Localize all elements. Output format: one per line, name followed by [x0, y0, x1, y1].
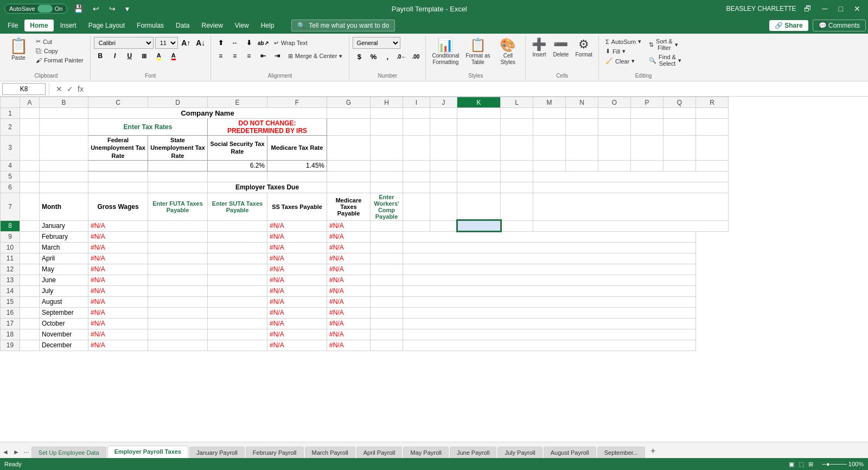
row-header-5[interactable]: 5 [1, 171, 20, 182]
cell-R1[interactable] [696, 108, 729, 119]
normal-view-icon[interactable]: ▣ [789, 461, 794, 468]
col-header-C[interactable]: C [88, 97, 148, 108]
row-header-15[interactable]: 15 [1, 296, 20, 307]
cell-reference-box[interactable] [2, 83, 46, 95]
cell-C5[interactable] [88, 171, 148, 182]
cell-A7[interactable] [20, 193, 40, 220]
increase-font-btn[interactable]: A↑ [180, 37, 193, 49]
cell-A2[interactable] [20, 119, 40, 136]
cell-J4[interactable] [430, 160, 457, 171]
sheet-tab-april[interactable]: April Payroll [356, 447, 403, 458]
row-header-19[interactable]: 19 [1, 340, 20, 351]
minimize-button[interactable]: ─ [819, 3, 831, 14]
find-select-button[interactable]: 🔍 Find &Select ▾ [646, 53, 685, 68]
align-right-button[interactable]: ≡ [242, 50, 256, 62]
row-header-2[interactable]: 2 [1, 119, 20, 136]
bold-button[interactable]: B [94, 50, 107, 62]
cell-Q3[interactable] [663, 136, 696, 161]
cell-E2[interactable]: DO NOT CHANGE:PREDETERMINED BY IRS [208, 119, 327, 136]
font-color-button[interactable]: A [167, 50, 180, 62]
menu-help[interactable]: Help [256, 20, 280, 31]
cell-I8[interactable] [403, 220, 430, 231]
cell-F3[interactable]: Medicare Tax Rate [267, 136, 327, 161]
cell-E6[interactable]: Employer Taxes Due [208, 182, 327, 193]
cell-O3[interactable] [598, 136, 631, 161]
cell-M8[interactable] [533, 220, 729, 231]
row-header-17[interactable]: 17 [1, 318, 20, 329]
menu-file[interactable]: File [2, 20, 23, 31]
confirm-formula-icon[interactable]: ✓ [67, 85, 73, 93]
cell-E3[interactable]: Social Security Tax Rate [208, 136, 267, 161]
cell-P1[interactable] [631, 108, 663, 119]
cell-C3[interactable]: Federal Unemployment Tax Rate [88, 136, 148, 161]
sheet-tab-january[interactable]: January Payroll [189, 447, 245, 458]
cell-J2[interactable] [430, 119, 457, 136]
cell-C6[interactable] [88, 182, 148, 193]
cell-I6[interactable] [403, 182, 430, 193]
cell-I4[interactable] [403, 160, 430, 171]
cell-E7[interactable]: Enter SUTA Taxes Payable [208, 193, 267, 220]
align-left-button[interactable]: ≡ [214, 50, 227, 62]
col-header-E[interactable]: E [208, 97, 267, 108]
menu-page-layout[interactable]: Page Layout [83, 20, 130, 31]
format-as-table-button[interactable]: 📋 Format asTable [463, 37, 493, 67]
cell-M7[interactable] [533, 193, 729, 220]
tab-more-button[interactable]: ··· [22, 446, 31, 458]
cell-H6[interactable] [371, 182, 403, 193]
paste-button[interactable]: 📋 Paste [5, 37, 31, 63]
zoom-slider[interactable]: ─●──── 100% [822, 461, 864, 467]
cell-J7[interactable] [430, 193, 457, 220]
cell-C1-merged[interactable]: Company Name [88, 108, 327, 119]
sheet-tab-july[interactable]: July Payroll [497, 447, 542, 458]
restore-button[interactable]: 🗗 [801, 3, 815, 14]
cell-C8[interactable]: #N/A [88, 220, 148, 231]
cell-D6[interactable] [148, 182, 208, 193]
menu-data[interactable]: Data [170, 20, 195, 31]
tab-next-button[interactable]: ► [11, 446, 22, 458]
cell-H2[interactable] [371, 119, 403, 136]
row-header-10[interactable]: 10 [1, 242, 20, 253]
insert-button[interactable]: ➕ Insert [529, 37, 549, 60]
cell-I3[interactable] [403, 136, 430, 161]
cell-M1[interactable] [533, 108, 566, 119]
increase-decimal-button[interactable]: .00 [409, 50, 422, 62]
cell-N2[interactable] [566, 119, 598, 136]
cell-E8[interactable] [208, 220, 267, 231]
cell-H7[interactable]: Enter Workers' Comp Payable [371, 193, 403, 220]
cell-L7[interactable] [501, 193, 533, 220]
col-header-M[interactable]: M [533, 97, 566, 108]
clear-button[interactable]: 🧹 Clear ▾ [602, 56, 644, 66]
sheet-tab-february[interactable]: February Payroll [246, 447, 304, 458]
save-button[interactable]: 💾 [71, 3, 86, 14]
cell-I5[interactable] [403, 171, 430, 182]
decrease-indent-button[interactable]: ⇤ [257, 50, 270, 62]
add-sheet-button[interactable]: + [648, 444, 658, 458]
cell-D5[interactable] [148, 171, 208, 182]
cell-H5[interactable] [371, 171, 403, 182]
cell-N3[interactable] [566, 136, 598, 161]
cell-J6[interactable] [430, 182, 457, 193]
cell-E4[interactable]: 6.2% [208, 160, 267, 171]
format-button[interactable]: ⚙ Format [572, 37, 595, 60]
close-button[interactable]: ✕ [851, 3, 864, 14]
cell-K3[interactable] [457, 136, 501, 161]
cell-N4[interactable] [566, 160, 598, 171]
col-header-L[interactable]: L [501, 97, 533, 108]
italic-button[interactable]: I [108, 50, 122, 62]
cell-Q1[interactable] [663, 108, 696, 119]
autosave-badge[interactable]: AutoSave On [4, 4, 67, 14]
cell-R2[interactable] [696, 119, 729, 136]
cell-B1[interactable] [40, 108, 88, 119]
cell-styles-button[interactable]: 🎨 CellStyles [494, 37, 522, 67]
cell-D3[interactable]: State Unemployment Tax Rate [148, 136, 208, 161]
col-header-P[interactable]: P [631, 97, 663, 108]
cell-B5[interactable] [40, 171, 88, 182]
cell-L4[interactable] [501, 160, 533, 171]
cell-K7[interactable] [457, 193, 501, 220]
cell-G5[interactable] [327, 171, 371, 182]
align-top-button[interactable]: ⬆ [214, 37, 227, 49]
share-button[interactable]: 🔗 Share [769, 20, 808, 31]
row-header-16[interactable]: 16 [1, 307, 20, 318]
cell-P2[interactable] [631, 119, 663, 136]
row-header-3[interactable]: 3 [1, 136, 20, 161]
